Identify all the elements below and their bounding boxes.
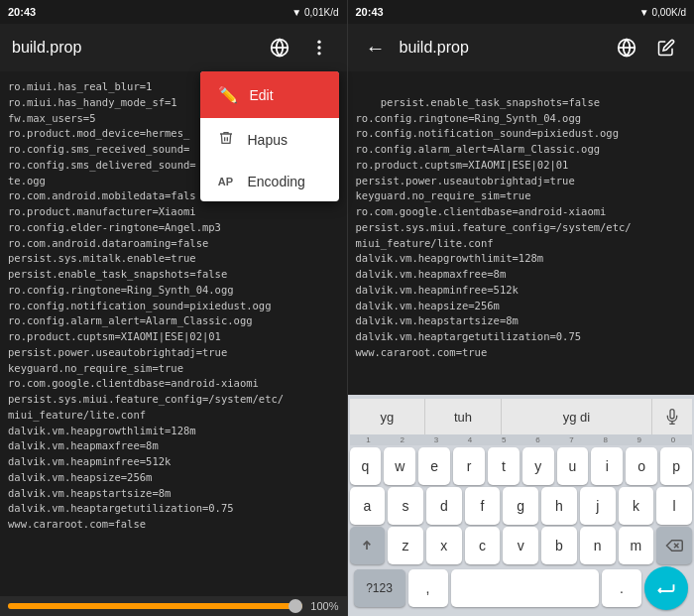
- key-q[interactable]: q: [350, 447, 382, 485]
- left-signal: ▼ 0,01K/d: [291, 7, 338, 18]
- key-u[interactable]: u: [557, 447, 589, 485]
- right-globe-button[interactable]: [611, 32, 642, 63]
- keyboard-row-2: a s d f g h j k l: [350, 487, 693, 525]
- key-z[interactable]: z: [388, 527, 423, 564]
- dropdown-menu: ✏️ Edit Hapus AP Encoding: [200, 71, 339, 201]
- key-f[interactable]: f: [465, 487, 501, 525]
- key-l[interactable]: l: [656, 487, 692, 525]
- svg-point-2: [317, 41, 320, 44]
- right-edit-button[interactable]: [650, 32, 682, 63]
- key-j[interactable]: j: [580, 487, 616, 525]
- keyboard: yg tuh yg di 1 2 3 4 5: [348, 395, 695, 616]
- key-h[interactable]: h: [541, 487, 577, 525]
- key-p[interactable]: p: [660, 447, 692, 485]
- right-time: 20:43: [356, 6, 384, 18]
- suggestion-yg-di-text: yg di: [563, 410, 590, 425]
- left-panel: 20:43 ▼ 0,01K/d build.prop ✏️ Edit: [0, 0, 348, 616]
- key-d[interactable]: d: [426, 487, 462, 525]
- key-space[interactable]: [451, 569, 600, 607]
- key-w[interactable]: w: [384, 447, 415, 485]
- key-g[interactable]: g: [503, 487, 538, 525]
- svg-point-3: [317, 46, 320, 49]
- right-status-icons: ▼ 0,00K/d: [639, 7, 686, 18]
- key-num[interactable]: ?123: [354, 569, 405, 607]
- dropdown-edit[interactable]: ✏️ Edit: [200, 71, 339, 118]
- key-shift[interactable]: [350, 527, 386, 564]
- key-c[interactable]: c: [465, 527, 501, 564]
- left-title-bar: build.prop ✏️ Edit: [0, 24, 347, 71]
- key-x[interactable]: x: [426, 527, 462, 564]
- key-m[interactable]: m: [619, 527, 654, 564]
- right-back-button[interactable]: ←: [360, 32, 392, 63]
- key-period[interactable]: .: [602, 569, 641, 607]
- dropdown-encoding[interactable]: AP Encoding: [200, 162, 339, 201]
- edit-icon: ✏️: [218, 85, 238, 104]
- left-menu-button[interactable]: [303, 32, 335, 63]
- suggestion-tuh[interactable]: tuh: [425, 399, 502, 434]
- key-backspace[interactable]: [656, 527, 692, 564]
- right-content[interactable]: persist.enable_task_snapshots=false ro.c…: [348, 71, 695, 395]
- right-title-bar: ← build.prop: [348, 24, 695, 71]
- progress-track[interactable]: [8, 603, 302, 609]
- hapus-icon: [216, 130, 236, 150]
- key-e[interactable]: e: [418, 447, 450, 485]
- suggestion-yg-text: yg: [380, 410, 394, 425]
- left-globe-button[interactable]: [264, 32, 295, 63]
- dropdown-edit-label: Edit: [250, 87, 274, 103]
- keyboard-row-4: ?123 , .: [354, 566, 689, 610]
- dropdown-encoding-label: Encoding: [248, 174, 305, 189]
- key-b[interactable]: b: [541, 527, 577, 564]
- left-status-bar: 20:43 ▼ 0,01K/d: [0, 0, 347, 24]
- key-y[interactable]: y: [522, 447, 554, 485]
- left-title: build.prop: [12, 39, 256, 57]
- key-n[interactable]: n: [580, 527, 616, 564]
- right-signal: ▼ 0,00K/d: [639, 7, 686, 18]
- key-v[interactable]: v: [503, 527, 538, 564]
- keyboard-row-1: q w e r t y u i o p: [350, 447, 693, 485]
- encoding-icon: AP: [216, 176, 236, 187]
- progress-label: 100%: [310, 600, 338, 612]
- svg-point-4: [317, 52, 320, 55]
- left-time: 20:43: [8, 6, 36, 18]
- mic-button[interactable]: [652, 399, 692, 434]
- dropdown-hapus[interactable]: Hapus: [200, 118, 339, 162]
- right-title: build.prop: [400, 39, 604, 57]
- key-i[interactable]: i: [591, 447, 623, 485]
- key-k[interactable]: k: [619, 487, 654, 525]
- dropdown-hapus-label: Hapus: [248, 132, 288, 148]
- key-comma[interactable]: ,: [408, 569, 448, 607]
- key-o[interactable]: o: [626, 447, 657, 485]
- progress-thumb: [289, 599, 302, 613]
- key-a[interactable]: a: [350, 487, 386, 525]
- suggestion-yg[interactable]: yg: [350, 399, 426, 434]
- right-content-text: persist.enable_task_snapshots=false ro.c…: [356, 96, 632, 358]
- right-status-bar: 20:43 ▼ 0,00K/d: [348, 0, 695, 24]
- keyboard-suggestions-row: yg tuh yg di: [350, 399, 693, 434]
- suggestion-tuh-text: tuh: [454, 410, 472, 425]
- key-s[interactable]: s: [388, 487, 423, 525]
- progress-fill: [8, 603, 302, 609]
- key-t[interactable]: t: [488, 447, 520, 485]
- keyboard-row-3: z x c v b n m: [350, 527, 693, 564]
- left-status-icons: ▼ 0,01K/d: [291, 7, 338, 18]
- back-arrow-icon: ←: [366, 37, 386, 60]
- left-progress-bar: 100%: [0, 596, 347, 616]
- right-panel: 20:43 ▼ 0,00K/d ← build.prop persist.ena…: [348, 0, 695, 616]
- key-enter[interactable]: [644, 566, 688, 610]
- key-r[interactable]: r: [453, 447, 485, 485]
- suggestion-yg-di[interactable]: yg di: [502, 399, 652, 434]
